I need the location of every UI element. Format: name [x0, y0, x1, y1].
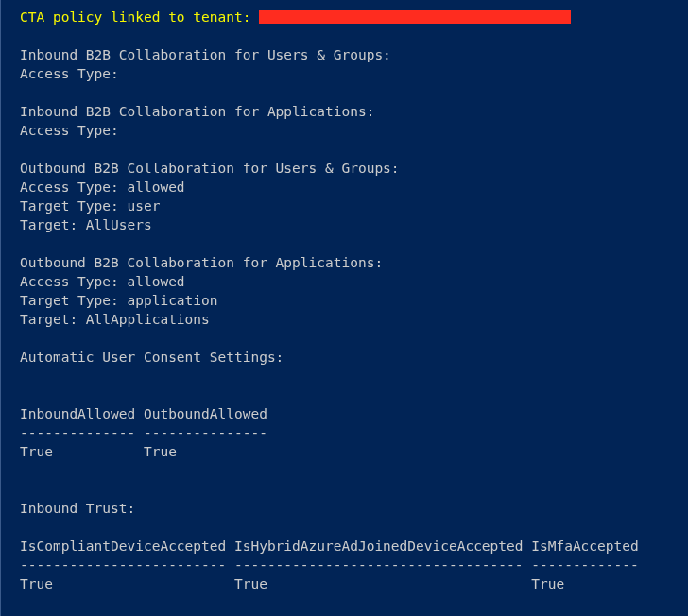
- spacer: [20, 367, 684, 385]
- inbound-users-title: Inbound B2B Collaboration for Users & Gr…: [20, 45, 684, 64]
- spacer: [20, 26, 684, 45]
- spacer: [20, 461, 684, 480]
- consent-title: Automatic User Consent Settings:: [20, 348, 684, 367]
- outbound-apps-targettype: Target Type: application: [20, 291, 684, 310]
- spacer: [20, 234, 684, 253]
- inbound-apps-access: Access Type:: [20, 121, 684, 140]
- tenant-redacted: [259, 10, 571, 24]
- policy-header: CTA policy linked to tenant:: [20, 8, 684, 26]
- trust-table-row: True True True: [20, 574, 684, 593]
- outbound-apps-access: Access Type: allowed: [20, 272, 684, 291]
- outbound-apps-target: Target: AllApplications: [20, 310, 684, 329]
- spacer: [20, 518, 684, 537]
- outbound-users-access: Access Type: allowed: [20, 178, 684, 197]
- trust-table-header: IsCompliantDeviceAccepted IsHybridAzureA…: [20, 537, 684, 556]
- outbound-users-title: Outbound B2B Collaboration for Users & G…: [20, 159, 684, 178]
- outbound-users-targettype: Target Type: user: [20, 197, 684, 215]
- trust-table-divider: ------------------------- --------------…: [20, 556, 684, 574]
- policy-header-label: CTA policy linked to tenant:: [20, 9, 259, 25]
- spacer: [20, 385, 684, 404]
- spacer: [20, 480, 684, 499]
- inbound-trust-title: Inbound Trust:: [20, 499, 684, 518]
- outbound-users-target: Target: AllUsers: [20, 215, 684, 234]
- spacer: [20, 83, 684, 102]
- inbound-apps-title: Inbound B2B Collaboration for Applicatio…: [20, 102, 684, 121]
- spacer: [20, 140, 684, 159]
- inbound-users-access: Access Type:: [20, 64, 684, 83]
- outbound-apps-title: Outbound B2B Collaboration for Applicati…: [20, 253, 684, 272]
- spacer: [20, 329, 684, 348]
- consent-table-row: True True: [20, 442, 684, 461]
- consent-table-header: InboundAllowed OutboundAllowed: [20, 404, 684, 423]
- consent-table-divider: -------------- ---------------: [20, 423, 684, 442]
